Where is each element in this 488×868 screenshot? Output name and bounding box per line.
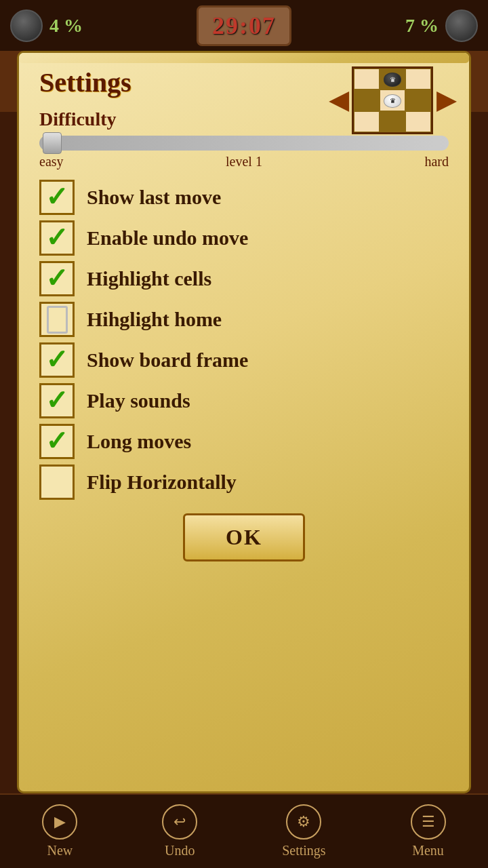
settings-panel: ◀ ♛ ♛ ▶ Settings — [17, 51, 471, 793]
label-highlight-cells: Highlight cells — [87, 267, 211, 290]
nav-label-menu: Menu — [412, 843, 444, 859]
label-long-moves: Long moves — [87, 430, 191, 453]
label-enable-undo-move: Enable undo move — [87, 226, 248, 250]
settings-icon: ⚙ — [286, 804, 321, 840]
left-percent: 4 % — [49, 15, 83, 37]
nav-item-new[interactable]: ▶ New — [42, 804, 77, 859]
option-highlight-cells[interactable]: Highlight cells — [39, 261, 449, 296]
nav-item-menu[interactable]: ☰ Menu — [411, 804, 446, 859]
mini-cell: ♛ — [380, 90, 405, 111]
board-preview: ♛ ♛ — [352, 66, 433, 134]
mini-cell — [354, 90, 380, 111]
mini-cell — [354, 111, 380, 132]
label-show-board-frame: Show board frame — [87, 349, 248, 372]
option-play-sounds[interactable]: Play sounds — [39, 383, 449, 418]
mini-cell — [405, 111, 431, 132]
next-board-arrow[interactable]: ▶ — [436, 88, 455, 113]
option-highlight-home[interactable]: Hihglight home — [39, 302, 449, 337]
difficulty-slider-container[interactable] — [39, 136, 449, 151]
player-token-right — [445, 9, 478, 42]
checkbox-highlight-cells[interactable] — [39, 261, 75, 296]
mini-piece-white: ♛ — [384, 94, 401, 108]
menu-icon: ☰ — [411, 804, 446, 840]
checkbox-flip-horizontally[interactable] — [39, 465, 75, 500]
game-timer: 29:07 — [197, 5, 291, 46]
mini-cell — [380, 111, 405, 132]
label-flip-horizontally: Flip Horizontally — [87, 471, 237, 494]
label-highlight-home: Hihglight home — [87, 308, 222, 331]
checkbox-highlight-home[interactable] — [39, 302, 75, 337]
nav-item-undo[interactable]: ↩ Undo — [162, 804, 197, 859]
checkbox-enable-undo-move[interactable] — [39, 220, 75, 256]
slider-labels: easy level 1 hard — [39, 154, 449, 170]
nav-item-settings[interactable]: ⚙ Settings — [282, 804, 325, 859]
label-play-sounds: Play sounds — [87, 389, 190, 412]
option-long-moves[interactable]: Long moves — [39, 424, 449, 459]
option-flip-horizontally[interactable]: Flip Horizontally — [39, 465, 449, 500]
play-icon: ▶ — [42, 804, 77, 840]
slider-thumb[interactable] — [43, 132, 62, 154]
top-bar-right: 7 % — [405, 9, 478, 42]
option-show-board-frame[interactable]: Show board frame — [39, 342, 449, 378]
board-preview-container: ◀ ♛ ♛ ▶ — [329, 66, 455, 134]
nav-label-settings: Settings — [282, 843, 325, 859]
player-token-left — [10, 9, 43, 42]
checkbox-long-moves[interactable] — [39, 424, 75, 459]
mini-cell: ♛ — [380, 68, 405, 90]
nav-label-undo: Undo — [165, 843, 195, 859]
mini-piece-black: ♛ — [384, 73, 401, 87]
mini-cell — [405, 68, 431, 90]
right-percent: 7 % — [405, 15, 439, 37]
option-show-last-move[interactable]: Show last move — [39, 180, 449, 215]
top-bar-left: 4 % — [10, 9, 83, 42]
level-label: level 1 — [64, 154, 425, 170]
easy-label: easy — [39, 154, 64, 170]
checkbox-play-sounds[interactable] — [39, 383, 75, 418]
nav-label-new: New — [47, 843, 73, 859]
prev-board-arrow[interactable]: ◀ — [329, 88, 348, 113]
hard-label: hard — [424, 154, 449, 170]
mini-cell — [354, 68, 380, 90]
slider-track[interactable] — [39, 136, 449, 151]
checkbox-show-last-move[interactable] — [39, 180, 75, 215]
undo-icon: ↩ — [162, 804, 197, 840]
bottom-nav: ▶ New ↩ Undo ⚙ Settings ☰ Menu — [0, 793, 488, 868]
top-bar: 4 % 29:07 7 % — [0, 0, 488, 51]
label-show-last-move: Show last move — [87, 186, 221, 209]
checkbox-show-board-frame[interactable] — [39, 342, 75, 378]
options-list: Show last move Enable undo move Highligh… — [39, 180, 449, 500]
ok-button[interactable]: OK — [183, 513, 305, 561]
option-enable-undo-move[interactable]: Enable undo move — [39, 220, 449, 256]
mini-cell — [405, 90, 431, 111]
